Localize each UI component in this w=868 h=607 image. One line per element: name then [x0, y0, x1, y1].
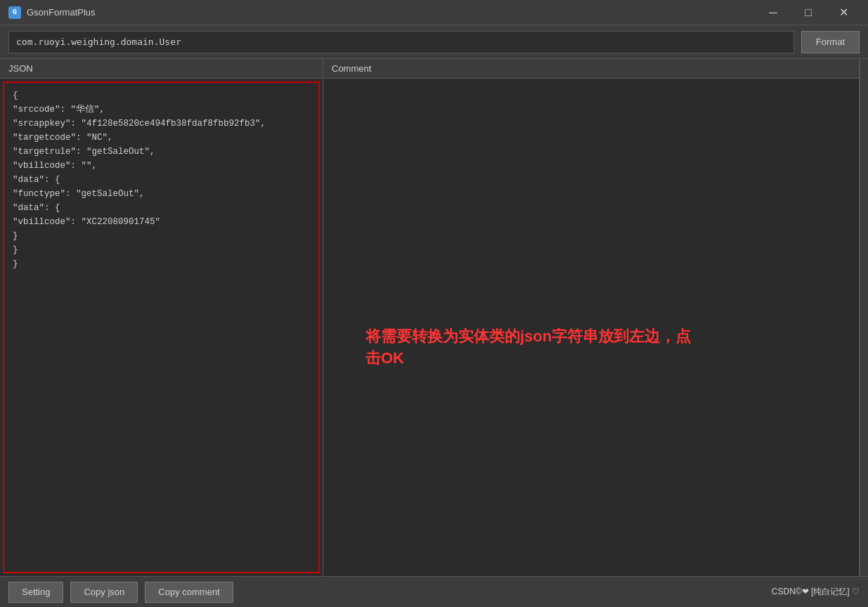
app-title: GsonFormatPlus	[27, 7, 96, 18]
title-bar: G GsonFormatPlus ─ □ ✕	[0, 0, 868, 25]
minimize-button[interactable]: ─	[757, 2, 789, 23]
copy-json-button[interactable]: Copy json	[70, 582, 138, 603]
comment-editor[interactable]	[323, 79, 859, 576]
comment-panel-header: Comment	[323, 59, 859, 79]
json-panel-header: JSON	[0, 59, 323, 79]
comment-panel: Comment	[323, 59, 860, 576]
class-name-input[interactable]	[8, 31, 794, 53]
maximize-button[interactable]: □	[792, 2, 824, 23]
instruction-arrow	[323, 79, 745, 570]
bottom-right-info: CSDN©❤ [纯白记忆] ♡	[772, 586, 860, 598]
right-area: Comment 将需要转换为实体类的json字符串放到左边，点 击OK	[323, 59, 860, 576]
title-bar-left: G GsonFormatPlus	[8, 6, 96, 19]
format-button[interactable]: Format	[801, 31, 860, 53]
main-area: JSON { "srccode": "华信", "srcappkey": "4f…	[0, 59, 868, 576]
copy-comment-button[interactable]: Copy comment	[145, 582, 233, 603]
window-controls: ─ □ ✕	[757, 2, 860, 23]
right-scrollbar	[860, 59, 868, 576]
close-button[interactable]: ✕	[827, 2, 860, 23]
toolbar: Format	[0, 25, 868, 59]
bottom-bar: Setting Copy json Copy comment CSDN©❤ [纯…	[0, 576, 868, 607]
json-editor[interactable]: { "srccode": "华信", "srcappkey": "4f128e5…	[3, 81, 320, 573]
app-icon: G	[8, 6, 21, 19]
setting-button[interactable]: Setting	[8, 582, 63, 603]
bottom-left-buttons: Setting Copy json Copy comment	[8, 582, 233, 603]
csdn-badge: CSDN©❤ [纯白记忆] ♡	[772, 586, 860, 598]
json-panel: JSON { "srccode": "华信", "srcappkey": "4f…	[0, 59, 323, 576]
